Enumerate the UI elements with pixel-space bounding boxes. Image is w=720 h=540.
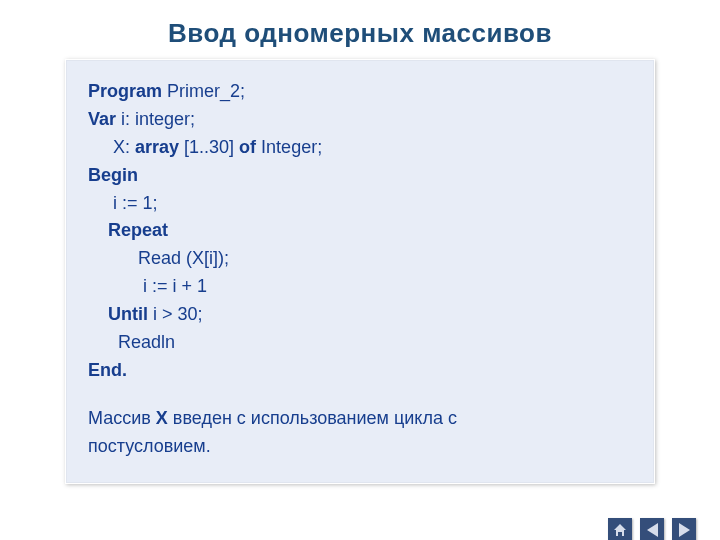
keyword-repeat: Repeat: [88, 220, 168, 240]
code-line: Var i: integer;: [88, 106, 632, 134]
nav-buttons: [608, 518, 696, 540]
array-range: [1..30]: [179, 137, 239, 157]
until-condition: i > 30;: [148, 304, 203, 324]
var-decl-i: i: integer;: [116, 109, 195, 129]
prev-button[interactable]: [640, 518, 664, 540]
note-part2: введен с использованием цикла с: [168, 408, 457, 428]
code-line: Readln: [88, 329, 632, 357]
code-line: Begin: [88, 162, 632, 190]
code-line: Read (X[i]);: [88, 245, 632, 273]
slide-title: Ввод одномерных массивов: [0, 18, 720, 49]
keyword-of: of: [239, 137, 256, 157]
array-prefix: X:: [88, 137, 135, 157]
keyword-program: Program: [88, 81, 162, 101]
next-button[interactable]: [672, 518, 696, 540]
keyword-until: Until: [88, 304, 148, 324]
note-text: Массив X введен с использованием цикла с…: [88, 405, 632, 461]
arrow-right-icon: [679, 523, 690, 537]
code-box: Program Primer_2; Var i: integer; X: arr…: [65, 59, 655, 484]
note-part3: постусловием.: [88, 436, 211, 456]
program-name: Primer_2;: [162, 81, 245, 101]
keyword-var: Var: [88, 109, 116, 129]
keyword-begin: Begin: [88, 165, 138, 185]
code-line: End.: [88, 357, 632, 385]
home-icon: [612, 522, 628, 538]
code-line: X: array [1..30] of Integer;: [88, 134, 632, 162]
code-line: i := i + 1: [88, 273, 632, 301]
code-line: Until i > 30;: [88, 301, 632, 329]
note-bold-x: X: [156, 408, 168, 428]
note-part1: Массив: [88, 408, 156, 428]
keyword-end: End.: [88, 360, 127, 380]
code-line: Repeat: [88, 217, 632, 245]
arrow-left-icon: [647, 523, 658, 537]
array-type: Integer;: [256, 137, 322, 157]
slide: Ввод одномерных массивов Program Primer_…: [0, 18, 720, 540]
code-line: i := 1;: [88, 190, 632, 218]
keyword-array: array: [135, 137, 179, 157]
code-line: Program Primer_2;: [88, 78, 632, 106]
home-button[interactable]: [608, 518, 632, 540]
